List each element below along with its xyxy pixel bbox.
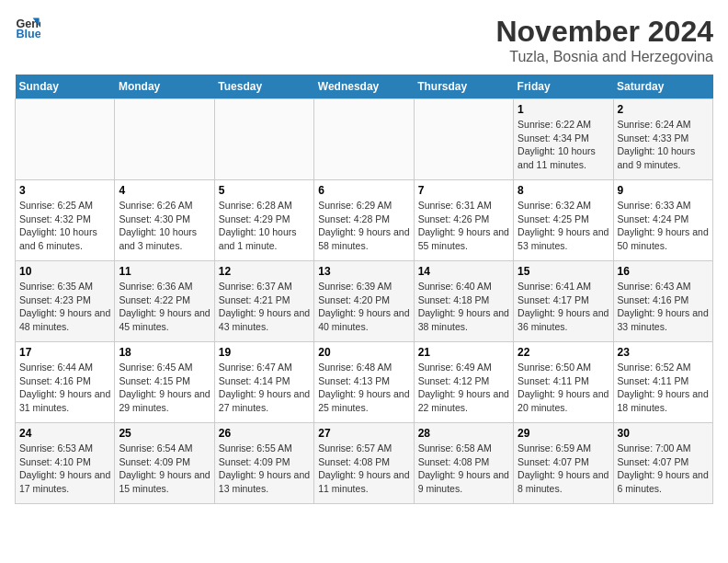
- calendar-table: SundayMondayTuesdayWednesdayThursdayFrid…: [15, 75, 713, 504]
- day-info: Sunrise: 6:36 AM Sunset: 4:22 PM Dayligh…: [119, 280, 210, 334]
- day-info: Sunrise: 6:47 AM Sunset: 4:14 PM Dayligh…: [219, 361, 310, 415]
- logo-icon: General Blue: [15, 15, 40, 40]
- day-info: Sunrise: 6:37 AM Sunset: 4:21 PM Dayligh…: [219, 280, 310, 334]
- day-number: 21: [418, 346, 509, 359]
- day-number: 1: [518, 103, 609, 116]
- calendar-cell: 26Sunrise: 6:55 AM Sunset: 4:09 PM Dayli…: [214, 423, 313, 504]
- calendar-cell: 24Sunrise: 6:53 AM Sunset: 4:10 PM Dayli…: [16, 423, 115, 504]
- calendar-cell: 10Sunrise: 6:35 AM Sunset: 4:23 PM Dayli…: [16, 261, 115, 342]
- day-number: 30: [618, 427, 709, 440]
- day-number: 10: [19, 265, 110, 278]
- calendar-cell: 15Sunrise: 6:41 AM Sunset: 4:17 PM Dayli…: [514, 261, 613, 342]
- day-info: Sunrise: 6:44 AM Sunset: 4:16 PM Dayligh…: [19, 361, 110, 415]
- calendar-cell: 6Sunrise: 6:29 AM Sunset: 4:28 PM Daylig…: [314, 180, 414, 261]
- page-header: General Blue November 2024 Tuzla, Bosnia…: [15, 15, 713, 65]
- calendar-cell: 5Sunrise: 6:28 AM Sunset: 4:29 PM Daylig…: [214, 180, 313, 261]
- page-subtitle: Tuzla, Bosnia and Herzegovina: [495, 49, 713, 65]
- day-info: Sunrise: 7:00 AM Sunset: 4:07 PM Dayligh…: [618, 442, 709, 496]
- day-number: 5: [219, 184, 310, 197]
- col-header-wednesday: Wednesday: [314, 75, 414, 99]
- day-info: Sunrise: 6:25 AM Sunset: 4:32 PM Dayligh…: [19, 199, 110, 253]
- calendar-cell: 3Sunrise: 6:25 AM Sunset: 4:32 PM Daylig…: [16, 180, 115, 261]
- day-number: 12: [219, 265, 310, 278]
- calendar-cell: 1Sunrise: 6:22 AM Sunset: 4:34 PM Daylig…: [514, 99, 613, 180]
- calendar-cell: 25Sunrise: 6:54 AM Sunset: 4:09 PM Dayli…: [115, 423, 214, 504]
- day-number: 4: [119, 184, 210, 197]
- day-number: 8: [518, 184, 609, 197]
- calendar-cell: 9Sunrise: 6:33 AM Sunset: 4:24 PM Daylig…: [613, 180, 712, 261]
- calendar-cell: 16Sunrise: 6:43 AM Sunset: 4:16 PM Dayli…: [613, 261, 712, 342]
- day-info: Sunrise: 6:39 AM Sunset: 4:20 PM Dayligh…: [318, 280, 409, 334]
- day-number: 20: [318, 346, 409, 359]
- day-number: 23: [618, 346, 709, 359]
- day-number: 15: [518, 265, 609, 278]
- day-number: 27: [318, 427, 409, 440]
- day-info: Sunrise: 6:24 AM Sunset: 4:33 PM Dayligh…: [618, 118, 709, 172]
- day-number: 11: [119, 265, 210, 278]
- day-info: Sunrise: 6:28 AM Sunset: 4:29 PM Dayligh…: [219, 199, 310, 253]
- calendar-cell: 30Sunrise: 7:00 AM Sunset: 4:07 PM Dayli…: [613, 423, 712, 504]
- calendar-cell: 4Sunrise: 6:26 AM Sunset: 4:30 PM Daylig…: [115, 180, 214, 261]
- calendar-week-row: 10Sunrise: 6:35 AM Sunset: 4:23 PM Dayli…: [16, 261, 713, 342]
- day-info: Sunrise: 6:54 AM Sunset: 4:09 PM Dayligh…: [119, 442, 210, 496]
- calendar-cell: 22Sunrise: 6:50 AM Sunset: 4:11 PM Dayli…: [514, 342, 613, 423]
- day-number: 24: [19, 427, 110, 440]
- svg-text:Blue: Blue: [16, 28, 40, 40]
- calendar-cell: 13Sunrise: 6:39 AM Sunset: 4:20 PM Dayli…: [314, 261, 414, 342]
- calendar-cell: 21Sunrise: 6:49 AM Sunset: 4:12 PM Dayli…: [414, 342, 513, 423]
- col-header-thursday: Thursday: [414, 75, 513, 99]
- day-info: Sunrise: 6:49 AM Sunset: 4:12 PM Dayligh…: [418, 361, 509, 415]
- calendar-cell: 8Sunrise: 6:32 AM Sunset: 4:25 PM Daylig…: [514, 180, 613, 261]
- day-number: 3: [19, 184, 110, 197]
- calendar-cell: 2Sunrise: 6:24 AM Sunset: 4:33 PM Daylig…: [613, 99, 712, 180]
- day-number: 6: [318, 184, 409, 197]
- day-info: Sunrise: 6:48 AM Sunset: 4:13 PM Dayligh…: [318, 361, 409, 415]
- day-info: Sunrise: 6:31 AM Sunset: 4:26 PM Dayligh…: [418, 199, 509, 253]
- calendar-cell: 28Sunrise: 6:58 AM Sunset: 4:08 PM Dayli…: [414, 423, 513, 504]
- calendar-cell: 27Sunrise: 6:57 AM Sunset: 4:08 PM Dayli…: [314, 423, 414, 504]
- calendar-cell: [314, 99, 414, 180]
- day-info: Sunrise: 6:29 AM Sunset: 4:28 PM Dayligh…: [318, 199, 409, 253]
- calendar-cell: [16, 99, 115, 180]
- day-number: 29: [518, 427, 609, 440]
- page-title: November 2024: [495, 15, 713, 49]
- calendar-cell: 18Sunrise: 6:45 AM Sunset: 4:15 PM Dayli…: [115, 342, 214, 423]
- day-number: 14: [418, 265, 509, 278]
- calendar-week-row: 3Sunrise: 6:25 AM Sunset: 4:32 PM Daylig…: [16, 180, 713, 261]
- day-info: Sunrise: 6:33 AM Sunset: 4:24 PM Dayligh…: [618, 199, 709, 253]
- day-info: Sunrise: 6:57 AM Sunset: 4:08 PM Dayligh…: [318, 442, 409, 496]
- col-header-friday: Friday: [514, 75, 613, 99]
- day-number: 17: [19, 346, 110, 359]
- day-number: 26: [219, 427, 310, 440]
- day-info: Sunrise: 6:58 AM Sunset: 4:08 PM Dayligh…: [418, 442, 509, 496]
- calendar-cell: 14Sunrise: 6:40 AM Sunset: 4:18 PM Dayli…: [414, 261, 513, 342]
- day-info: Sunrise: 6:26 AM Sunset: 4:30 PM Dayligh…: [119, 199, 210, 253]
- calendar-cell: [214, 99, 313, 180]
- day-info: Sunrise: 6:53 AM Sunset: 4:10 PM Dayligh…: [19, 442, 110, 496]
- day-number: 2: [618, 103, 709, 116]
- day-number: 19: [219, 346, 310, 359]
- day-info: Sunrise: 6:40 AM Sunset: 4:18 PM Dayligh…: [418, 280, 509, 334]
- day-number: 13: [318, 265, 409, 278]
- col-header-monday: Monday: [115, 75, 214, 99]
- day-info: Sunrise: 6:35 AM Sunset: 4:23 PM Dayligh…: [19, 280, 110, 334]
- day-number: 22: [518, 346, 609, 359]
- day-info: Sunrise: 6:43 AM Sunset: 4:16 PM Dayligh…: [618, 280, 709, 334]
- day-number: 18: [119, 346, 210, 359]
- col-header-sunday: Sunday: [16, 75, 115, 99]
- calendar-cell: 29Sunrise: 6:59 AM Sunset: 4:07 PM Dayli…: [514, 423, 613, 504]
- day-number: 7: [418, 184, 509, 197]
- calendar-cell: [115, 99, 214, 180]
- col-header-saturday: Saturday: [613, 75, 712, 99]
- day-info: Sunrise: 6:41 AM Sunset: 4:17 PM Dayligh…: [518, 280, 609, 334]
- calendar-cell: [414, 99, 513, 180]
- day-number: 28: [418, 427, 509, 440]
- day-info: Sunrise: 6:32 AM Sunset: 4:25 PM Dayligh…: [518, 199, 609, 253]
- day-info: Sunrise: 6:52 AM Sunset: 4:11 PM Dayligh…: [618, 361, 709, 415]
- calendar-header-row: SundayMondayTuesdayWednesdayThursdayFrid…: [16, 75, 713, 99]
- calendar-cell: 19Sunrise: 6:47 AM Sunset: 4:14 PM Dayli…: [214, 342, 313, 423]
- col-header-tuesday: Tuesday: [214, 75, 313, 99]
- logo: General Blue: [15, 15, 40, 40]
- day-number: 16: [618, 265, 709, 278]
- calendar-week-row: 1Sunrise: 6:22 AM Sunset: 4:34 PM Daylig…: [16, 99, 713, 180]
